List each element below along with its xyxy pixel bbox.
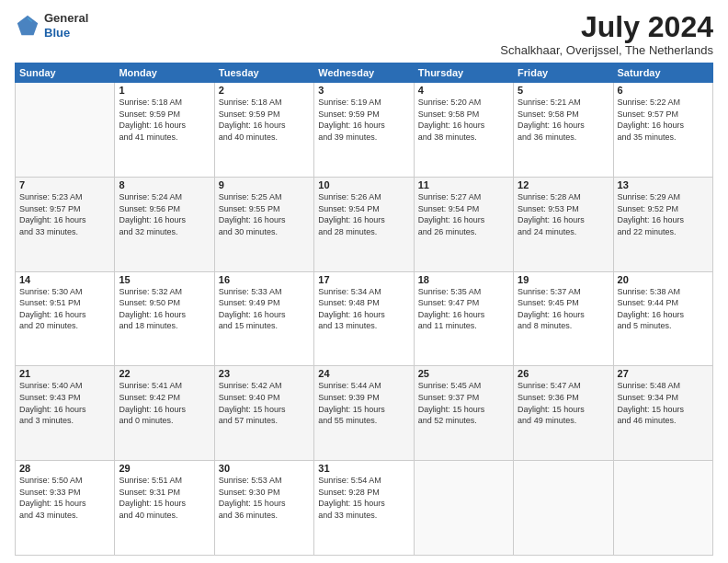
table-row: 8Sunrise: 5:24 AM Sunset: 9:56 PM Daylig…	[115, 177, 214, 271]
table-row: 7Sunrise: 5:23 AM Sunset: 9:57 PM Daylig…	[16, 177, 115, 271]
day-info: Sunrise: 5:47 AM Sunset: 9:36 PM Dayligh…	[518, 380, 609, 426]
day-number: 30	[219, 463, 310, 474]
table-row: 9Sunrise: 5:25 AM Sunset: 9:55 PM Daylig…	[214, 177, 313, 271]
day-info: Sunrise: 5:45 AM Sunset: 9:37 PM Dayligh…	[418, 380, 509, 426]
day-number: 13	[618, 179, 709, 190]
day-info: Sunrise: 5:51 AM Sunset: 9:31 PM Dayligh…	[119, 475, 210, 521]
day-number: 7	[19, 179, 110, 190]
logo-line2: Blue	[44, 26, 88, 40]
day-number: 25	[418, 368, 509, 379]
day-info: Sunrise: 5:18 AM Sunset: 9:59 PM Dayligh…	[119, 97, 210, 143]
day-info: Sunrise: 5:29 AM Sunset: 9:52 PM Dayligh…	[618, 191, 709, 237]
day-info: Sunrise: 5:26 AM Sunset: 9:54 PM Dayligh…	[318, 191, 409, 237]
table-row: 5Sunrise: 5:21 AM Sunset: 9:58 PM Daylig…	[514, 83, 613, 178]
day-number: 4	[418, 85, 509, 96]
day-info: Sunrise: 5:30 AM Sunset: 9:51 PM Dayligh…	[19, 286, 110, 332]
day-number: 21	[19, 368, 110, 379]
day-info: Sunrise: 5:19 AM Sunset: 9:59 PM Dayligh…	[318, 97, 409, 143]
header-wednesday: Wednesday	[314, 63, 414, 83]
day-info: Sunrise: 5:44 AM Sunset: 9:39 PM Dayligh…	[318, 380, 409, 426]
month-year-title: July 2024	[500, 11, 713, 43]
day-info: Sunrise: 5:32 AM Sunset: 9:50 PM Dayligh…	[119, 286, 210, 332]
header-thursday: Thursday	[414, 63, 513, 83]
day-number: 16	[219, 274, 310, 285]
day-info: Sunrise: 5:48 AM Sunset: 9:34 PM Dayligh…	[618, 380, 709, 426]
day-info: Sunrise: 5:38 AM Sunset: 9:44 PM Dayligh…	[618, 286, 709, 332]
day-number: 5	[518, 85, 609, 96]
day-info: Sunrise: 5:40 AM Sunset: 9:43 PM Dayligh…	[19, 380, 110, 426]
day-info: Sunrise: 5:18 AM Sunset: 9:59 PM Dayligh…	[219, 97, 310, 143]
day-number: 19	[518, 274, 609, 285]
day-info: Sunrise: 5:53 AM Sunset: 9:30 PM Dayligh…	[219, 475, 310, 521]
day-info: Sunrise: 5:42 AM Sunset: 9:40 PM Dayligh…	[219, 380, 310, 426]
day-info: Sunrise: 5:20 AM Sunset: 9:58 PM Dayligh…	[418, 97, 509, 143]
day-number: 10	[318, 179, 409, 190]
table-row: 15Sunrise: 5:32 AM Sunset: 9:50 PM Dayli…	[115, 271, 214, 366]
calendar-week-row: 28Sunrise: 5:50 AM Sunset: 9:33 PM Dayli…	[16, 461, 713, 556]
table-row: 17Sunrise: 5:34 AM Sunset: 9:48 PM Dayli…	[314, 271, 414, 366]
day-number: 11	[418, 179, 509, 190]
table-row	[613, 461, 712, 556]
logo-line1: General	[44, 11, 88, 26]
table-row: 21Sunrise: 5:40 AM Sunset: 9:43 PM Dayli…	[16, 366, 115, 461]
header-tuesday: Tuesday	[214, 63, 313, 83]
day-number: 23	[219, 368, 310, 379]
day-info: Sunrise: 5:23 AM Sunset: 9:57 PM Dayligh…	[19, 191, 110, 237]
day-number: 24	[318, 368, 409, 379]
header-friday: Friday	[514, 63, 613, 83]
day-info: Sunrise: 5:35 AM Sunset: 9:47 PM Dayligh…	[418, 286, 509, 332]
table-row: 13Sunrise: 5:29 AM Sunset: 9:52 PM Dayli…	[613, 177, 712, 271]
table-row: 27Sunrise: 5:48 AM Sunset: 9:34 PM Dayli…	[613, 366, 712, 461]
header-sunday: Sunday	[16, 63, 115, 83]
table-row: 3Sunrise: 5:19 AM Sunset: 9:59 PM Daylig…	[314, 83, 414, 178]
day-info: Sunrise: 5:24 AM Sunset: 9:56 PM Dayligh…	[119, 191, 210, 237]
location-subtitle: Schalkhaar, Overijssel, The Netherlands	[500, 43, 713, 57]
day-number: 15	[119, 274, 210, 285]
day-number: 18	[418, 274, 509, 285]
day-number: 8	[119, 179, 210, 190]
day-number: 26	[518, 368, 609, 379]
table-row: 26Sunrise: 5:47 AM Sunset: 9:36 PM Dayli…	[514, 366, 613, 461]
header-monday: Monday	[115, 63, 214, 83]
table-row: 20Sunrise: 5:38 AM Sunset: 9:44 PM Dayli…	[613, 271, 712, 366]
table-row: 19Sunrise: 5:37 AM Sunset: 9:45 PM Dayli…	[514, 271, 613, 366]
table-row: 2Sunrise: 5:18 AM Sunset: 9:59 PM Daylig…	[214, 83, 313, 178]
table-row: 18Sunrise: 5:35 AM Sunset: 9:47 PM Dayli…	[414, 271, 513, 366]
table-row	[16, 83, 115, 178]
table-row: 29Sunrise: 5:51 AM Sunset: 9:31 PM Dayli…	[115, 461, 214, 556]
table-row: 31Sunrise: 5:54 AM Sunset: 9:28 PM Dayli…	[314, 461, 414, 556]
table-row	[414, 461, 513, 556]
day-number: 28	[19, 463, 110, 474]
day-number: 3	[318, 85, 409, 96]
day-number: 20	[618, 274, 709, 285]
day-info: Sunrise: 5:41 AM Sunset: 9:42 PM Dayligh…	[119, 380, 210, 426]
table-row: 25Sunrise: 5:45 AM Sunset: 9:37 PM Dayli…	[414, 366, 513, 461]
calendar-week-row: 21Sunrise: 5:40 AM Sunset: 9:43 PM Dayli…	[16, 366, 713, 461]
day-number: 6	[618, 85, 709, 96]
calendar-week-row: 14Sunrise: 5:30 AM Sunset: 9:51 PM Dayli…	[16, 271, 713, 366]
logo-icon	[15, 13, 40, 39]
calendar-table: Sunday Monday Tuesday Wednesday Thursday…	[15, 63, 713, 556]
day-number: 27	[618, 368, 709, 379]
title-block: July 2024 Schalkhaar, Overijssel, The Ne…	[500, 11, 713, 57]
day-number: 14	[19, 274, 110, 285]
table-row: 1Sunrise: 5:18 AM Sunset: 9:59 PM Daylig…	[115, 83, 214, 178]
day-info: Sunrise: 5:34 AM Sunset: 9:48 PM Dayligh…	[318, 286, 409, 332]
header-saturday: Saturday	[613, 63, 712, 83]
day-info: Sunrise: 5:37 AM Sunset: 9:45 PM Dayligh…	[518, 286, 609, 332]
table-row: 16Sunrise: 5:33 AM Sunset: 9:49 PM Dayli…	[214, 271, 313, 366]
day-number: 31	[318, 463, 409, 474]
day-number: 29	[119, 463, 210, 474]
calendar-week-row: 1Sunrise: 5:18 AM Sunset: 9:59 PM Daylig…	[16, 83, 713, 178]
table-row: 24Sunrise: 5:44 AM Sunset: 9:39 PM Dayli…	[314, 366, 414, 461]
table-row: 12Sunrise: 5:28 AM Sunset: 9:53 PM Dayli…	[514, 177, 613, 271]
day-number: 22	[119, 368, 210, 379]
day-number: 9	[219, 179, 310, 190]
table-row: 30Sunrise: 5:53 AM Sunset: 9:30 PM Dayli…	[214, 461, 313, 556]
table-row: 4Sunrise: 5:20 AM Sunset: 9:58 PM Daylig…	[414, 83, 513, 178]
day-info: Sunrise: 5:27 AM Sunset: 9:54 PM Dayligh…	[418, 191, 509, 237]
table-row: 22Sunrise: 5:41 AM Sunset: 9:42 PM Dayli…	[115, 366, 214, 461]
day-number: 12	[518, 179, 609, 190]
calendar-week-row: 7Sunrise: 5:23 AM Sunset: 9:57 PM Daylig…	[16, 177, 713, 271]
logo: General Blue	[15, 11, 88, 40]
